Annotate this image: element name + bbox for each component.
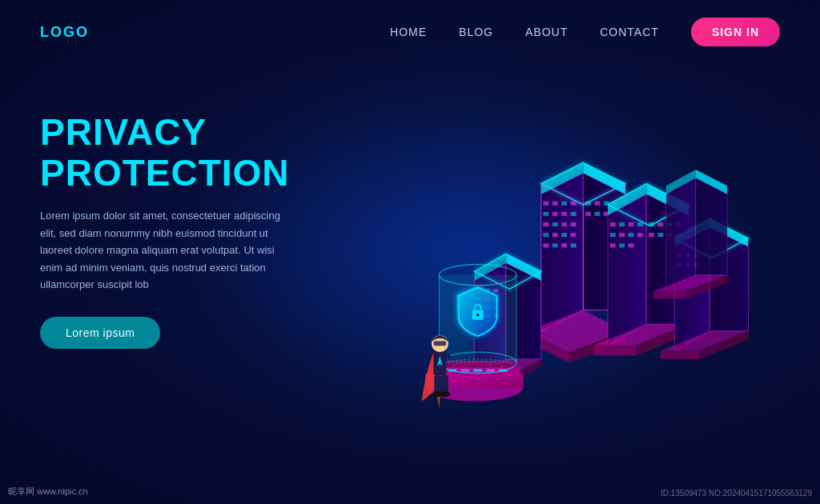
svg-marker-101 — [661, 350, 699, 359]
hero-title: PRIVACY PROTECTION — [40, 112, 344, 193]
svg-rect-71 — [619, 233, 625, 237]
svg-rect-68 — [628, 222, 633, 226]
svg-rect-22 — [561, 233, 567, 237]
svg-rect-32 — [585, 212, 591, 216]
svg-rect-70 — [610, 233, 616, 237]
nav-contact[interactable]: CONTACT — [600, 26, 659, 38]
svg-rect-17 — [553, 222, 558, 226]
nav-blog[interactable]: BLOG — [459, 26, 493, 38]
svg-marker-106 — [696, 178, 727, 275]
svg-rect-74 — [610, 243, 616, 247]
svg-point-126 — [476, 314, 480, 317]
logo: LOGO — [40, 24, 89, 41]
svg-marker-87 — [593, 345, 636, 355]
svg-rect-19 — [571, 222, 577, 226]
svg-rect-72 — [628, 233, 633, 237]
svg-marker-108 — [653, 291, 685, 299]
svg-rect-66 — [610, 222, 616, 226]
svg-rect-8 — [543, 202, 549, 206]
svg-rect-29 — [594, 202, 600, 206]
svg-rect-9 — [553, 202, 558, 206]
main-content: PRIVACY PROTECTION Lorem ipsum dolor sit… — [0, 64, 820, 504]
svg-rect-16 — [543, 222, 549, 226]
svg-rect-24 — [543, 243, 549, 247]
hero-description: Lorem ipsum dolor sit amet, consectetuer… — [40, 207, 288, 293]
svg-rect-11 — [571, 202, 577, 206]
svg-rect-26 — [561, 243, 567, 247]
svg-rect-21 — [553, 233, 558, 237]
nav-links: HOME BLOG ABOUT CONTACT SIGN IN — [390, 18, 780, 46]
nav-home[interactable]: HOME — [390, 26, 427, 38]
svg-rect-14 — [561, 212, 567, 216]
svg-marker-105 — [666, 178, 696, 291]
svg-rect-18 — [561, 222, 567, 226]
cta-button[interactable]: Lorem ipsum — [40, 317, 160, 349]
svg-rect-69 — [637, 222, 643, 226]
svg-rect-23 — [571, 233, 577, 237]
svg-rect-81 — [649, 233, 654, 237]
navigation: LOGO HOME BLOG ABOUT CONTACT SIGN IN — [0, 0, 820, 64]
scene-svg — [344, 88, 780, 504]
svg-rect-13 — [553, 212, 558, 216]
hero-illustration — [344, 88, 780, 504]
watermark-right: ID:13509473 NO:20240415171055563129 — [661, 489, 812, 498]
nav-about[interactable]: ABOUT — [525, 26, 568, 38]
svg-rect-135 — [441, 375, 448, 393]
svg-rect-75 — [619, 243, 625, 247]
svg-marker-6 — [541, 173, 584, 330]
svg-rect-73 — [637, 233, 643, 237]
svg-rect-25 — [553, 243, 558, 247]
svg-rect-33 — [594, 212, 600, 216]
svg-rect-10 — [561, 202, 567, 206]
svg-rect-20 — [543, 233, 549, 237]
signin-button[interactable]: SIGN IN — [691, 18, 780, 46]
svg-marker-64 — [608, 194, 646, 346]
left-panel: PRIVACY PROTECTION Lorem ipsum dolor sit… — [40, 88, 344, 349]
svg-rect-67 — [619, 222, 625, 226]
svg-rect-27 — [571, 243, 577, 247]
svg-rect-132 — [433, 341, 446, 346]
svg-rect-15 — [571, 212, 577, 216]
svg-rect-82 — [657, 233, 663, 237]
svg-rect-12 — [543, 212, 549, 216]
svg-point-137 — [439, 391, 450, 397]
svg-rect-76 — [628, 243, 633, 247]
svg-rect-78 — [657, 222, 663, 226]
watermark-left: 昵享网 www.nipic.cn — [8, 486, 88, 498]
svg-rect-134 — [434, 375, 441, 393]
